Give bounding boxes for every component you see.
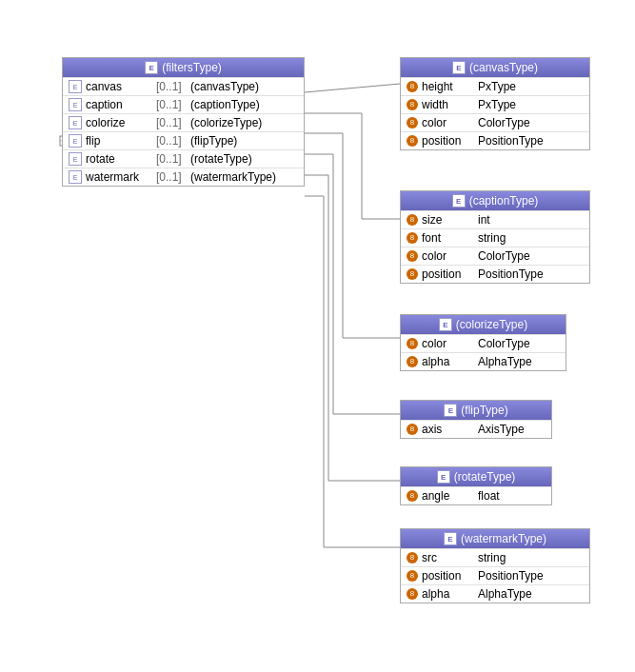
flip-field-name: flip bbox=[86, 134, 152, 148]
height-attr-icon: 8 bbox=[407, 81, 418, 92]
field-canvas: E canvas [0..1] (canvasType) bbox=[63, 77, 304, 95]
rotate-field-name: rotate bbox=[86, 152, 152, 166]
axis-attr-name: axis bbox=[422, 423, 474, 436]
canvas-type-icon: E bbox=[452, 61, 466, 74]
attr-caption-color: 8 color ColorType bbox=[401, 247, 589, 265]
colorize-alpha-attr-name: alpha bbox=[422, 355, 474, 368]
caption-mult: [0..1] bbox=[156, 98, 187, 111]
colorize-color-attr-name: color bbox=[422, 337, 474, 350]
src-attr-type: string bbox=[478, 551, 506, 564]
angle-attr-type: float bbox=[478, 489, 500, 503]
watermark-field-name: watermark bbox=[86, 170, 152, 184]
rotate-type-header: E (rotateType) bbox=[401, 467, 551, 486]
colorize-type-title: (colorizeType) bbox=[456, 318, 527, 331]
filters-type-box: E (filtersType) E canvas [0..1] (canvasT… bbox=[62, 57, 305, 187]
angle-attr-name: angle bbox=[422, 489, 474, 503]
attr-src: 8 src string bbox=[401, 548, 589, 566]
size-attr-icon: 8 bbox=[407, 214, 418, 226]
canvas-field-icon: E bbox=[69, 80, 82, 93]
colorize-type-icon: E bbox=[439, 318, 452, 331]
caption-color-attr-type: ColorType bbox=[478, 249, 530, 263]
rotate-type: (rotateType) bbox=[190, 152, 252, 166]
position-attr-type: PositionType bbox=[478, 134, 544, 148]
rotate-type-box: E (rotateType) 8 angle float bbox=[400, 466, 552, 505]
colorize-type-box: E (colorizeType) 8 color ColorType 8 alp… bbox=[400, 314, 566, 371]
colorize-alpha-attr-icon: 8 bbox=[407, 356, 418, 367]
flip-type-box: E (flipType) 8 axis AxisType bbox=[400, 400, 552, 439]
caption-type-box: E (captionType) 8 size int 8 font string… bbox=[400, 190, 590, 284]
position-attr-name: position bbox=[422, 134, 474, 148]
colorize-color-attr-type: ColorType bbox=[478, 337, 530, 350]
caption-color-attr-name: color bbox=[422, 249, 474, 263]
src-attr-name: src bbox=[422, 551, 474, 564]
attr-angle: 8 angle float bbox=[401, 486, 551, 504]
caption-type: (captionType) bbox=[190, 98, 260, 111]
watermark-alpha-attr-icon: 8 bbox=[407, 588, 418, 600]
watermark-type-header: E (watermarkType) bbox=[401, 529, 589, 548]
attr-position: 8 position PositionType bbox=[401, 131, 589, 149]
watermark-type: (watermarkType) bbox=[190, 170, 276, 184]
attr-size: 8 size int bbox=[401, 210, 589, 228]
angle-attr-icon: 8 bbox=[407, 490, 418, 502]
field-caption: E caption [0..1] (captionType) bbox=[63, 95, 304, 113]
colorize-type-header: E (colorizeType) bbox=[401, 315, 566, 334]
colorize-field-name: colorize bbox=[86, 116, 152, 129]
caption-position-attr-type: PositionType bbox=[478, 267, 544, 281]
height-attr-type: PxType bbox=[478, 80, 516, 93]
colorize-type: (colorizeType) bbox=[190, 116, 262, 129]
colorize-mult: [0..1] bbox=[156, 116, 187, 129]
colorize-field-icon: E bbox=[69, 116, 82, 129]
watermark-alpha-attr-name: alpha bbox=[422, 587, 474, 601]
font-attr-icon: 8 bbox=[407, 232, 418, 244]
field-rotate: E rotate [0..1] (rotateType) bbox=[63, 149, 304, 168]
rotate-field-icon: E bbox=[69, 152, 82, 166]
filters-type-header: E (filtersType) bbox=[63, 58, 304, 77]
watermark-position-attr-name: position bbox=[422, 569, 474, 583]
filters-type-title: (filtersType) bbox=[162, 61, 222, 74]
width-attr-icon: 8 bbox=[407, 99, 418, 110]
canvas-type: (canvasType) bbox=[190, 80, 259, 93]
rotate-mult: [0..1] bbox=[156, 152, 187, 166]
attr-watermark-alpha: 8 alpha AlphaType bbox=[401, 584, 589, 603]
caption-position-attr-name: position bbox=[422, 267, 474, 281]
caption-color-attr-icon: 8 bbox=[407, 250, 418, 262]
watermark-type-box: E (watermarkType) 8 src string 8 positio… bbox=[400, 528, 590, 603]
position-attr-icon: 8 bbox=[407, 135, 418, 147]
canvas-type-box: E (canvasType) 8 height PxType 8 width P… bbox=[400, 57, 590, 150]
src-attr-icon: 8 bbox=[407, 552, 418, 563]
width-attr-name: width bbox=[422, 98, 474, 111]
diagram-container: E (filtersType) E canvas [0..1] (canvasT… bbox=[0, 0, 635, 672]
attr-height: 8 height PxType bbox=[401, 77, 589, 95]
flip-field-icon: E bbox=[69, 134, 82, 148]
attr-colorize-alpha: 8 alpha AlphaType bbox=[401, 352, 566, 370]
font-attr-name: font bbox=[422, 231, 474, 245]
size-attr-type: int bbox=[478, 213, 490, 227]
attr-width: 8 width PxType bbox=[401, 95, 589, 113]
caption-field-icon: E bbox=[69, 98, 82, 111]
flip-type-header: E (flipType) bbox=[401, 401, 551, 420]
watermark-type-title: (watermarkType) bbox=[461, 532, 546, 545]
color-attr-type: ColorType bbox=[478, 116, 530, 129]
canvas-type-title: (canvasType) bbox=[469, 61, 538, 74]
flip-type-title: (flipType) bbox=[461, 404, 507, 417]
canvas-field-name: canvas bbox=[86, 80, 152, 93]
caption-type-header: E (captionType) bbox=[401, 191, 589, 210]
svg-line-0 bbox=[305, 84, 400, 92]
attr-font: 8 font string bbox=[401, 228, 589, 247]
attr-color: 8 color ColorType bbox=[401, 113, 589, 131]
canvas-mult: [0..1] bbox=[156, 80, 187, 93]
field-watermark: E watermark [0..1] (watermarkType) bbox=[63, 168, 304, 186]
colorize-color-attr-icon: 8 bbox=[407, 338, 418, 349]
filters-type-icon: E bbox=[145, 61, 158, 74]
attr-caption-position: 8 position PositionType bbox=[401, 265, 589, 283]
attr-watermark-position: 8 position PositionType bbox=[401, 566, 589, 584]
rotate-type-icon: E bbox=[437, 470, 450, 484]
flip-type-icon: E bbox=[444, 404, 457, 417]
height-attr-name: height bbox=[422, 80, 474, 93]
rotate-type-title: (rotateType) bbox=[454, 470, 516, 484]
color-attr-icon: 8 bbox=[407, 117, 418, 128]
width-attr-type: PxType bbox=[478, 98, 516, 111]
watermark-alpha-attr-type: AlphaType bbox=[478, 587, 532, 601]
caption-type-title: (captionType) bbox=[469, 194, 539, 208]
watermark-type-icon: E bbox=[444, 532, 457, 545]
